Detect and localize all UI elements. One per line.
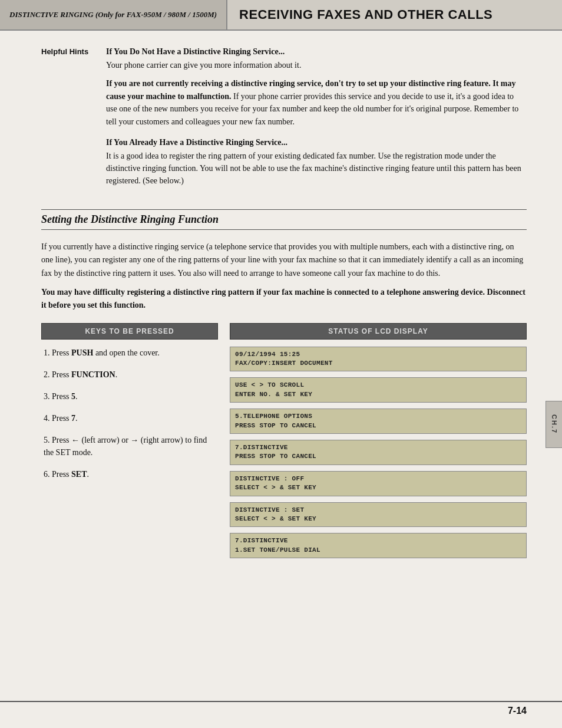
hints-para-3: It is a good idea to register the ring p… (106, 150, 527, 187)
page-footer: 7-14 (0, 701, 562, 716)
lcd-5-line2: SELECT < > & SET KEY (235, 483, 521, 492)
step-3-bold: 5 (71, 392, 75, 401)
lcd-6-line2: SELECT < > & SET KEY (235, 515, 521, 523)
setting-para-1: If you currently have a distinctive ring… (41, 241, 527, 280)
lcd-3-line1: 5.TELEPHONE OPTIONS (235, 412, 521, 421)
hints-content: If You Do Not Have a Distinctive Ringing… (106, 47, 527, 193)
step-1-before: Press (52, 348, 71, 357)
page-header: DISTINCTIVE RINGING (Only for FAX-950M /… (0, 0, 562, 31)
step-2-num: 2. (44, 370, 52, 379)
keys-header: KEYS TO BE PRESSED (41, 323, 218, 340)
step-2-after: . (115, 370, 118, 379)
step-1-num: 1. (44, 348, 52, 357)
main-content: Helpful Hints If You Do Not Have a Disti… (0, 31, 562, 576)
step-3-before: Press (52, 392, 71, 401)
setting-heading-container: Setting the Distinctive Ringing Function (41, 209, 527, 230)
step-6: 6. Press SET. (41, 468, 218, 480)
header-left: DISTINCTIVE RINGING (Only for FAX-950M /… (0, 0, 227, 29)
header-right: RECEIVING FAXES AND OTHER CALLS (227, 0, 562, 29)
setting-para-2: You may have difficulty registering a di… (41, 286, 527, 312)
hints-heading-1: If You Do Not Have a Distinctive Ringing… (106, 47, 527, 57)
chapter-tab: CH.7 (546, 401, 562, 448)
lcd-7-line2: 1.SET TONE/PULSE DIAL (235, 546, 521, 555)
step-1-after: and open the cover. (93, 348, 159, 357)
hints-label: Helpful Hints (41, 47, 106, 193)
helpful-hints-section: Helpful Hints If You Do Not Have a Disti… (41, 47, 527, 193)
step-1-bold: PUSH (71, 348, 93, 357)
lcd-1-line1: 09/12/1994 15:25 (235, 350, 521, 359)
lcd-4-line2: PRESS STOP TO CANCEL (235, 452, 521, 461)
lcd-display-3: 5.TELEPHONE OPTIONS PRESS STOP TO CANCEL (230, 409, 527, 434)
lcd-display-2: USE < > TO SCROLL ENTER NO. & SET KEY (230, 377, 527, 403)
lcd-display-6: DISTINCTIVE : SET SELECT < > & SET KEY (230, 502, 527, 528)
keys-column: KEYS TO BE PRESSED 1. Press PUSH and ope… (41, 323, 218, 490)
lcd-2-line2: ENTER NO. & SET KEY (235, 390, 521, 399)
step-3-after: . (75, 392, 78, 401)
step-4-bold: 7 (71, 414, 75, 423)
step-2: 2. Press FUNCTION. (41, 368, 218, 381)
header-right-text: RECEIVING FAXES AND OTHER CALLS (239, 7, 492, 22)
page-number: 7-14 (508, 706, 527, 716)
lcd-7-line1: 7.DISTINCTIVE (235, 536, 521, 545)
hints-heading-2: If You Already Have a Distinctive Ringin… (106, 138, 527, 147)
step-5-arrow-left: ← (71, 436, 80, 444)
setting-heading-text: Setting the Distinctive Ringing Function (41, 213, 219, 225)
lcd-4-line1: 7.DISTINCTIVE (235, 443, 521, 452)
step-6-num: 6. Press (44, 470, 71, 479)
lcd-display-4: 7.DISTINCTIVE PRESS STOP TO CANCEL (230, 440, 527, 465)
step-2-bold: FUNCTION (71, 370, 115, 379)
step-2-before: Press (52, 370, 71, 379)
lcd-5-line1: DISTINCTIVE : OFF (235, 475, 521, 483)
step-1: 1. Press PUSH and open the cover. (41, 347, 218, 359)
lcd-2-line1: USE < > TO SCROLL (235, 381, 521, 390)
lcd-3-line2: PRESS STOP TO CANCEL (235, 421, 521, 430)
step-4-after: . (75, 414, 78, 423)
step-3-num: 3. (44, 392, 52, 401)
step-5-before: Press (52, 436, 71, 444)
lcd-header: STATUS OF LCD DISPLAY (230, 323, 527, 340)
hints-para-1: Your phone carrier can give you more inf… (106, 59, 527, 71)
step-6-bold: SET (71, 470, 87, 479)
two-col-section: KEYS TO BE PRESSED 1. Press PUSH and ope… (41, 323, 527, 564)
step-6-after: . (87, 470, 90, 479)
lcd-display-7: 7.DISTINCTIVE 1.SET TONE/PULSE DIAL (230, 533, 527, 558)
step-5: 5. Press ← (left arrow) or → (right arro… (41, 434, 218, 459)
setting-para-2-bold: You may have difficulty registering a di… (41, 288, 525, 309)
step-4-before: Press (52, 414, 71, 423)
hints-para-2: If you are not currently receiving a dis… (106, 77, 527, 129)
step-3: 3. Press 5. (41, 390, 218, 403)
lcd-6-line1: DISTINCTIVE : SET (235, 506, 521, 515)
step-5-middle: (left arrow) or (80, 436, 130, 444)
lcd-1-line2: FAX/COPY:INSERT DOCUMENT (235, 359, 521, 368)
lcd-column: STATUS OF LCD DISPLAY 09/12/1994 15:25 F… (230, 323, 527, 564)
chapter-tab-text: CH.7 (551, 414, 558, 434)
step-4: 4. Press 7. (41, 412, 218, 424)
step-5-num: 5. (44, 436, 52, 444)
step-4-num: 4. (44, 414, 52, 423)
header-left-text: DISTINCTIVE RINGING (Only for FAX-950M /… (9, 10, 217, 19)
lcd-display-5: DISTINCTIVE : OFF SELECT < > & SET KEY (230, 471, 527, 496)
lcd-display-1: 09/12/1994 15:25 FAX/COPY:INSERT DOCUMEN… (230, 347, 527, 372)
page-container: DISTINCTIVE RINGING (Only for FAX-950M /… (0, 0, 562, 728)
step-5-arrow-right: → (130, 436, 138, 444)
